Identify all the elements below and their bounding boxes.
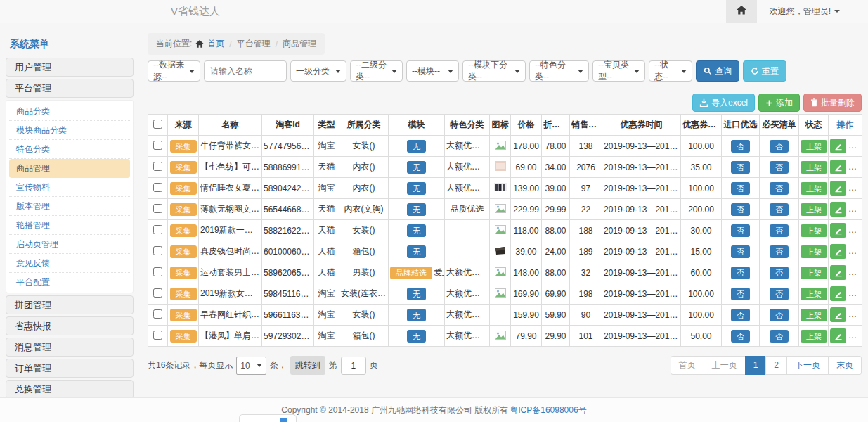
status-badge[interactable]: 上架 (801, 140, 827, 153)
breadcrumb-home-link[interactable]: 首页 (207, 38, 224, 50)
import-select-toggle[interactable]: 否 (731, 203, 750, 216)
module-badge[interactable]: 无 (407, 182, 426, 195)
import-select-toggle[interactable]: 否 (731, 161, 750, 174)
module-badge[interactable]: 无 (407, 330, 426, 343)
import-select-toggle[interactable]: 否 (731, 309, 750, 321)
edit-button[interactable] (830, 307, 846, 322)
sidebar-item[interactable]: 特色分类 (9, 140, 130, 159)
navbar-home-button[interactable] (726, 0, 757, 23)
filter-select-module[interactable]: --模块-- (406, 60, 459, 82)
must-buy-toggle[interactable]: 否 (770, 203, 789, 216)
module-badge[interactable]: 无 (407, 224, 426, 237)
row-checkbox[interactable] (153, 246, 162, 255)
pager-2[interactable]: 2 (765, 356, 787, 375)
module-badge[interactable]: 无 (407, 288, 426, 300)
user-menu[interactable]: 欢迎您，管理员! (757, 6, 868, 18)
must-buy-toggle[interactable]: 否 (770, 161, 789, 174)
module-badge[interactable]: 品牌精选 (390, 267, 432, 279)
import-select-toggle[interactable]: 否 (731, 267, 750, 279)
sidebar-section-2[interactable]: 拼团管理 (6, 295, 134, 314)
row-checkbox[interactable] (153, 267, 162, 276)
sidebar-item[interactable]: 平台配置 (9, 273, 130, 291)
status-badge[interactable]: 上架 (801, 309, 827, 321)
import-select-toggle[interactable]: 否 (731, 182, 750, 195)
row-checkbox[interactable] (153, 225, 162, 234)
edit-button[interactable] (830, 160, 846, 174)
pager-末页[interactable]: 末页 (828, 356, 862, 375)
sidebar-section-6[interactable]: 兑换管理 (6, 380, 134, 399)
must-buy-toggle[interactable]: 否 (770, 245, 789, 258)
must-buy-toggle[interactable]: 否 (770, 330, 789, 343)
filter-select-status[interactable]: --状态-- (649, 60, 692, 82)
row-checkbox[interactable] (153, 162, 162, 171)
import-excel-button[interactable]: 导入excel (692, 94, 755, 112)
pager-上一页[interactable]: 上一页 (704, 356, 746, 375)
edit-button[interactable] (830, 202, 846, 217)
sidebar-item[interactable]: 版本管理 (9, 197, 130, 216)
status-badge[interactable]: 上架 (801, 161, 827, 174)
status-badge[interactable]: 上架 (801, 182, 827, 195)
import-select-toggle[interactable]: 否 (731, 245, 750, 258)
sidebar-item[interactable]: 启动页管理 (9, 235, 130, 254)
edit-button[interactable] (830, 328, 846, 343)
jump-button[interactable]: 跳转到 (290, 356, 325, 375)
status-badge[interactable]: 上架 (801, 224, 827, 237)
import-select-toggle[interactable]: 否 (731, 140, 750, 153)
filter-input-name-search[interactable] (204, 60, 287, 82)
row-checkbox[interactable] (153, 141, 162, 150)
import-select-toggle[interactable]: 否 (731, 288, 750, 300)
sidebar-item[interactable]: 模块商品分类 (9, 121, 130, 140)
import-select-toggle[interactable]: 否 (731, 224, 750, 237)
filter-select-item-type[interactable]: --宝贝类型-- (592, 60, 645, 82)
row-checkbox[interactable] (153, 183, 162, 192)
edit-button[interactable] (830, 265, 846, 280)
sidebar-item[interactable]: 商品分类 (9, 102, 130, 121)
must-buy-toggle[interactable]: 否 (770, 140, 789, 153)
import-select-toggle[interactable]: 否 (731, 330, 750, 343)
pager-首页[interactable]: 首页 (671, 356, 704, 375)
edit-button[interactable] (830, 223, 846, 238)
edit-button[interactable] (830, 286, 846, 301)
sidebar-section-4[interactable]: 消息管理 (6, 338, 134, 357)
edit-button[interactable] (830, 181, 846, 196)
row-checkbox[interactable] (153, 331, 162, 340)
must-buy-toggle[interactable]: 否 (770, 309, 789, 321)
module-badge[interactable]: 无 (407, 203, 426, 216)
filter-select-level1-category[interactable]: 一级分类 (290, 60, 346, 82)
reset-button[interactable]: 重置 (743, 60, 786, 82)
sidebar-item[interactable]: 宣传物料 (9, 178, 130, 197)
add-button[interactable]: 添加 (758, 94, 800, 112)
row-checkbox[interactable] (153, 309, 162, 319)
module-badge[interactable]: 无 (407, 140, 426, 153)
select-all-checkbox[interactable] (153, 120, 162, 129)
sidebar-item[interactable]: 意见反馈 (9, 254, 130, 273)
edit-button[interactable] (830, 139, 846, 153)
pager-下一页[interactable]: 下一页 (786, 356, 829, 375)
sidebar-section-1[interactable]: 平台管理 (6, 79, 134, 98)
must-buy-toggle[interactable]: 否 (770, 182, 789, 195)
status-badge[interactable]: 上架 (801, 203, 827, 216)
status-badge[interactable]: 上架 (801, 267, 827, 279)
status-badge[interactable]: 上架 (801, 245, 827, 258)
module-badge[interactable]: 无 (407, 245, 426, 258)
row-checkbox[interactable] (153, 204, 162, 213)
sidebar-item[interactable]: 商品管理 (9, 159, 130, 178)
edit-button[interactable] (830, 244, 846, 259)
filter-select-feature-category[interactable]: --特色分类-- (529, 60, 589, 82)
page-number-input[interactable] (341, 357, 366, 375)
row-checkbox[interactable] (153, 288, 162, 298)
status-badge[interactable]: 上架 (801, 330, 827, 343)
module-badge[interactable]: 无 (407, 161, 426, 174)
module-badge[interactable]: 无 (407, 309, 426, 321)
status-badge[interactable]: 上架 (801, 288, 827, 300)
query-button[interactable]: 查询 (696, 60, 739, 82)
must-buy-toggle[interactable]: 否 (770, 288, 789, 300)
per-page-select[interactable]: 10 (236, 357, 266, 375)
must-buy-toggle[interactable]: 否 (770, 267, 789, 279)
filter-select-level2-category[interactable]: --二级分类-- (350, 60, 403, 82)
must-buy-toggle[interactable]: 否 (770, 224, 789, 237)
sidebar-section-3[interactable]: 省惠快报 (6, 316, 134, 335)
filter-select-module-sub-category[interactable]: --模块下分类-- (462, 60, 526, 82)
batch-delete-button[interactable]: 批量删除 (803, 94, 862, 112)
icp-link[interactable]: 粤ICP备16098006号 (510, 404, 586, 416)
